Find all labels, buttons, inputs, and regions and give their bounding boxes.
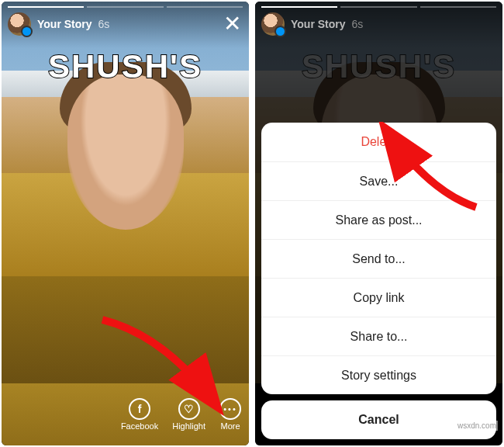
progress-segment [167,6,243,8]
action-sheet-cancel: Cancel [261,400,496,439]
story-view: SHUSH'S Your Story 6s Delete Save... Sha… [255,2,502,445]
story-title: Your Story [37,18,92,30]
person-face [67,74,184,230]
progress-segment [87,6,163,8]
share-to-button[interactable]: Share to... [261,317,496,355]
cancel-button[interactable]: Cancel [261,400,496,439]
progress-segment [340,6,416,8]
story-settings-button[interactable]: Story settings [261,355,496,394]
story-header: Your Story 6s [261,12,496,36]
right-screenshot: SHUSH'S Your Story 6s Delete Save... Sha… [255,2,502,445]
avatar [261,12,285,36]
progress-segment [8,6,84,8]
story-progress [261,6,496,8]
annotation-arrow [375,122,492,215]
send-to-button[interactable]: Send to... [261,239,496,278]
story-title: Your Story [291,18,346,30]
annotation-arrow [95,312,234,428]
left-screenshot: SHUSH'S Your Story 6s ✕ f Facebook ♡ Hig… [2,2,249,445]
story-header: Your Story 6s ✕ [8,12,243,36]
close-icon[interactable]: ✕ [221,13,243,35]
copy-link-button[interactable]: Copy link [261,278,496,317]
progress-segment [420,6,496,8]
story-caption: SHUSH'S [2,48,249,85]
story-timestamp: 6s [352,18,364,30]
story-progress [8,6,243,8]
avatar[interactable] [8,12,31,36]
progress-segment [261,6,337,8]
story-timestamp: 6s [98,18,110,30]
watermark: wsxdn.com [456,421,498,431]
